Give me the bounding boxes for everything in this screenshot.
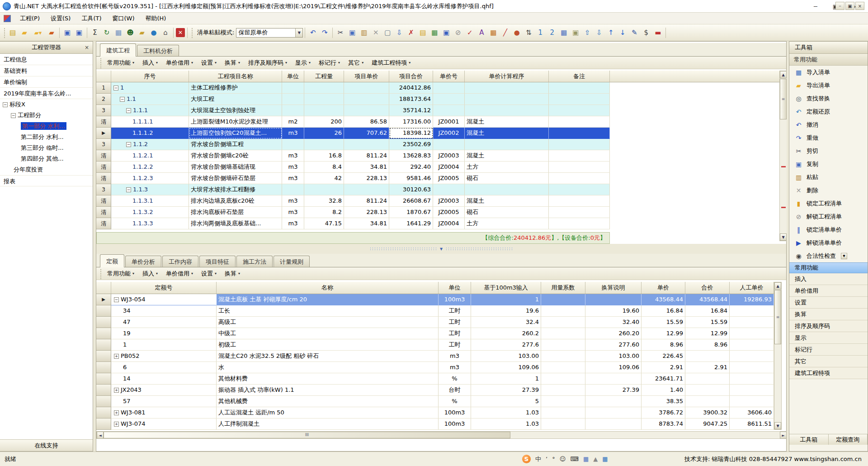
- scroll-right-icon[interactable]: ►: [780, 432, 787, 439]
- price-cell[interactable]: 226.45: [642, 351, 685, 362]
- row-header-cell[interactable]: [96, 396, 111, 407]
- usage-coef-cell[interactable]: [541, 305, 585, 317]
- lower-horizontal-scrollbar[interactable]: ◄⦀⦀►: [96, 431, 787, 439]
- row-header-cell[interactable]: 清: [96, 150, 111, 162]
- table-icon[interactable]: ▦: [558, 27, 569, 38]
- seq-cell[interactable]: 1.1.1.2: [111, 128, 189, 139]
- row-header-cell[interactable]: [96, 328, 111, 339]
- ribbon-lower-3[interactable]: 设置▾: [197, 270, 221, 278]
- quantity-cell[interactable]: 42: [304, 173, 344, 184]
- quota-row[interactable]: 19中级工工时260.2260.2012.9912.99: [96, 328, 774, 339]
- row-header-cell[interactable]: 3: [96, 184, 111, 195]
- ime-icon-2[interactable]: °: [552, 456, 555, 462]
- ribbon-lower-4[interactable]: 换算▾: [221, 270, 244, 278]
- input-100m3-cell[interactable]: 19.6: [471, 305, 541, 317]
- expand-icon[interactable]: +: [114, 422, 119, 427]
- quota-row[interactable]: 1初级工工时277.6277.608.968.96: [96, 339, 774, 351]
- usage-coef-cell[interactable]: [541, 418, 585, 430]
- total-cell[interactable]: 3900.32: [685, 407, 730, 418]
- price-cell[interactable]: 3786.72: [642, 407, 685, 418]
- name-cell[interactable]: 背水坡台阶侧墙工程: [189, 139, 282, 150]
- unit-price-cell[interactable]: 811.24: [344, 150, 389, 162]
- seq-cell[interactable]: 1.1.3.2: [111, 207, 189, 218]
- quantity-cell[interactable]: [304, 184, 344, 195]
- toolbox-category-1[interactable]: 单价借用: [789, 285, 868, 297]
- quota-name-cell[interactable]: 其他材料费: [217, 373, 439, 385]
- input-100m3-cell[interactable]: 1: [471, 373, 541, 385]
- calc-program-cell[interactable]: 混凝土: [465, 116, 549, 128]
- sort-az-icon[interactable]: ⇅: [523, 27, 534, 38]
- input-100m3-cell[interactable]: 277.6: [471, 339, 541, 351]
- ribbon-upper-8[interactable]: 其它▾: [344, 59, 368, 67]
- end-icon[interactable]: ▬: [652, 27, 663, 38]
- ribbon-lower-2[interactable]: 单价借用▾: [162, 270, 197, 278]
- expand-icon[interactable]: +: [114, 410, 119, 415]
- toolbox-category-4[interactable]: 排序及顺序码: [789, 320, 868, 332]
- tree-node-annual[interactable]: 分年度投资: [0, 164, 93, 175]
- seq-cell[interactable]: 1.1.2.3: [111, 173, 189, 184]
- paste-mode-select[interactable]: 保留原单价▼: [236, 28, 303, 38]
- column-header[interactable]: 序号: [111, 71, 189, 82]
- menu-item-4[interactable]: 帮助(H): [140, 15, 171, 22]
- ribbon-upper-6[interactable]: 显示▾: [291, 59, 315, 67]
- labor-price-cell[interactable]: [730, 328, 774, 339]
- toolbox-category-0[interactable]: 插入: [789, 273, 868, 285]
- conversion-cell[interactable]: [585, 373, 642, 385]
- quota-code-cell[interactable]: 6: [111, 362, 217, 373]
- quota-row[interactable]: 57其他机械费%538.35: [96, 396, 774, 407]
- usage-coef-cell[interactable]: [541, 351, 585, 362]
- quota-code-cell[interactable]: 14: [111, 373, 217, 385]
- conversion-cell[interactable]: 19.60: [585, 305, 642, 317]
- save-grid-icon[interactable]: ▣: [441, 27, 452, 38]
- ime-icon-5[interactable]: ▦: [583, 456, 589, 462]
- calc-program-cell[interactable]: [465, 105, 549, 116]
- labor-price-cell[interactable]: [730, 396, 774, 407]
- mdi-close-button[interactable]: ×: [855, 2, 864, 10]
- row-header-cell[interactable]: [96, 407, 111, 418]
- fill-down-icon[interactable]: ⇩: [394, 27, 405, 38]
- row-header-cell[interactable]: 清: [96, 218, 111, 229]
- ribbon-upper-7[interactable]: 标记行▾: [315, 59, 344, 67]
- remark-cell[interactable]: [549, 195, 610, 207]
- sidebar-item-3[interactable]: 2019年度南丰县车么岭...: [0, 88, 93, 99]
- pen-icon[interactable]: ╱: [500, 27, 510, 38]
- seq-cell[interactable]: −1: [111, 82, 189, 94]
- name-cell[interactable]: 大坝混凝土空蚀剥蚀处理: [189, 105, 282, 116]
- quota-code-cell[interactable]: +WJ3-081: [111, 407, 217, 418]
- unit-cell[interactable]: m3: [282, 207, 304, 218]
- toolbox-item-9[interactable]: ✕删除: [789, 184, 868, 197]
- users-icon[interactable]: ☻: [125, 27, 136, 38]
- quota-code-cell[interactable]: 47: [111, 317, 217, 328]
- collapse-icon[interactable]: −: [114, 297, 119, 302]
- home-icon[interactable]: ⌂: [160, 27, 171, 38]
- calc-program-cell[interactable]: 砌石: [465, 173, 549, 184]
- unit-cell[interactable]: [282, 184, 304, 195]
- total-price-cell[interactable]: 17316.00: [389, 116, 433, 128]
- row-header-cell[interactable]: [96, 418, 111, 430]
- toolbox-item-3[interactable]: ↶定额还原: [789, 105, 868, 118]
- conversion-cell[interactable]: [585, 418, 642, 430]
- unit-cell[interactable]: m3: [282, 218, 304, 229]
- total-price-cell[interactable]: 1641.29: [389, 218, 433, 229]
- tree-node-section[interactable]: −工程部分: [0, 110, 93, 121]
- quota-row[interactable]: 6水m3109.06109.062.912.91: [96, 362, 774, 373]
- input-100m3-cell[interactable]: 5: [471, 396, 541, 407]
- calc-program-cell[interactable]: [465, 94, 549, 105]
- column-header[interactable]: 单价: [642, 282, 685, 294]
- usage-coef-cell[interactable]: [541, 385, 585, 396]
- toolbox-category-2[interactable]: 设置: [789, 297, 868, 309]
- unit-cell[interactable]: 工时: [439, 339, 471, 351]
- price-no-cell[interactable]: JZ0004: [433, 162, 465, 173]
- quota-row[interactable]: 34工长工时19.619.6016.8416.84: [96, 305, 774, 317]
- remark-cell[interactable]: [549, 128, 610, 139]
- price-no-cell[interactable]: JZ0003: [433, 195, 465, 207]
- paste-icon[interactable]: ▥: [359, 27, 369, 38]
- quantity-cell[interactable]: 8.2: [304, 207, 344, 218]
- unit-cell[interactable]: m3: [282, 173, 304, 184]
- tab-main-1[interactable]: 工料机分析: [137, 45, 179, 56]
- sidebar-item-0[interactable]: 工程信息: [0, 54, 93, 65]
- unlink-icon[interactable]: ⊘: [453, 27, 463, 38]
- project-row[interactable]: 清1.1.3.3排水沟两侧墙及底板基础...m347.1534.811641.2…: [96, 218, 779, 229]
- usage-coef-cell[interactable]: [541, 373, 585, 385]
- name-cell[interactable]: 大坝工程: [189, 94, 282, 105]
